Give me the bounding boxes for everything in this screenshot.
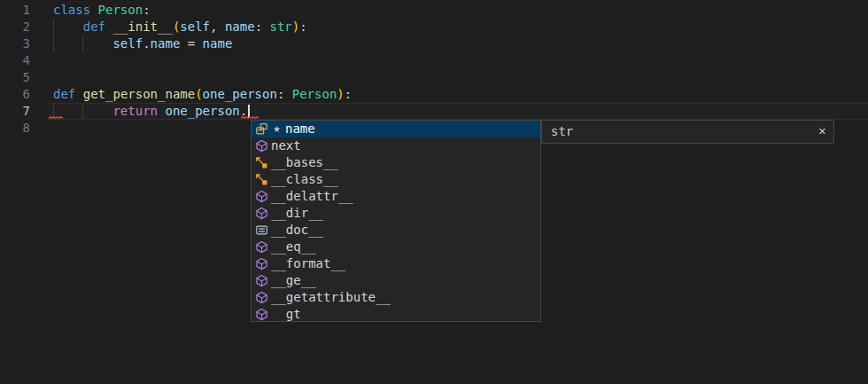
code-token: ) — [337, 87, 344, 101]
suggestion-label: __dir__ — [271, 205, 323, 222]
suggestion-item[interactable]: __dir__ — [252, 205, 540, 222]
class-icon — [254, 156, 268, 170]
suggestion-item[interactable]: next — [252, 137, 540, 154]
close-icon[interactable]: ✕ — [818, 127, 826, 137]
constant-icon — [254, 223, 268, 238]
code-line[interactable]: def get_person_name(one_person: Person): — [53, 86, 352, 103]
suggestion-label: __format__ — [271, 255, 345, 272]
suggestion-label: __getattribute__ — [271, 289, 391, 306]
code-token: class — [53, 3, 90, 17]
code-token: : — [143, 3, 150, 17]
suggestion-item[interactable]: __gt__ — [252, 306, 540, 322]
code-token — [90, 3, 97, 17]
code-token: __init__ — [112, 20, 172, 34]
code-token: def — [83, 20, 105, 34]
code-token: self — [180, 20, 210, 34]
code-token: one_person — [165, 104, 239, 118]
suggestion-label: __gt__ — [271, 306, 316, 322]
code-token: def — [53, 87, 75, 101]
method-icon — [254, 240, 268, 255]
code-line[interactable]: def __init__(self, name: str): — [53, 19, 307, 35]
editor-root: 12345678 class Person: def __init__(self… — [0, 0, 868, 384]
suggestion-label: __doc__ — [271, 222, 323, 239]
suggestion-item[interactable]: __format__ — [252, 255, 540, 272]
suggestion-label: __eq__ — [271, 239, 316, 255]
line-number[interactable]: 4 — [0, 52, 30, 69]
line-number[interactable]: 6 — [0, 86, 30, 103]
line-number[interactable]: 5 — [0, 69, 30, 86]
code-token: = — [180, 36, 202, 51]
suggestion-label: __bases__ — [271, 154, 338, 171]
suggestion-item[interactable]: __class__ — [252, 171, 540, 188]
suggestion-item[interactable]: ★name — [252, 121, 540, 137]
suggestion-label: __ge__ — [271, 272, 316, 289]
suggestion-item[interactable]: __getattribute__ — [252, 289, 540, 306]
code-token — [75, 87, 82, 101]
code-token — [53, 36, 112, 51]
code-token: get_person_name — [83, 87, 195, 101]
code-token: name — [151, 36, 181, 51]
class-icon — [254, 173, 268, 187]
method-icon — [254, 257, 268, 271]
code-token — [53, 20, 83, 34]
suggestion-item[interactable]: __ge__ — [252, 272, 540, 289]
code-token: Person — [98, 3, 143, 17]
method-icon — [254, 139, 268, 153]
suggest-widget: ★name next __bases__ __class__ __delattr… — [251, 120, 541, 322]
line-number[interactable]: 7 — [0, 103, 30, 120]
suggest-details: str ✕ — [541, 120, 834, 144]
suggestion-label: name — [285, 121, 315, 137]
suggestion-label: next — [271, 137, 301, 154]
line-number[interactable]: 1 — [0, 2, 30, 19]
suggestion-item[interactable]: __bases__ — [252, 154, 540, 171]
code-line[interactable]: class Person: — [53, 2, 151, 19]
error-squiggle — [49, 115, 63, 120]
code-token: str — [269, 20, 291, 34]
code-token: ) — [292, 20, 299, 34]
detail-type-text: str — [551, 123, 818, 140]
method-icon — [254, 291, 268, 305]
field-icon — [254, 122, 268, 137]
method-icon — [254, 274, 268, 288]
method-icon — [254, 308, 268, 322]
code-token: Person — [292, 87, 337, 101]
suggestion-item[interactable]: __delattr__ — [252, 188, 540, 205]
suggestion-label: __delattr__ — [271, 188, 353, 205]
code-token: : — [277, 87, 292, 101]
method-icon — [254, 207, 268, 221]
code-token: : — [299, 20, 306, 34]
code-token: : — [255, 20, 270, 34]
line-number[interactable]: 2 — [0, 19, 30, 35]
code-line[interactable]: return one_person. — [53, 103, 247, 120]
code-token: name — [203, 36, 233, 51]
code-token: one_person — [203, 87, 277, 101]
line-number[interactable]: 3 — [0, 35, 30, 52]
code-token: . — [143, 36, 150, 51]
line-number[interactable]: 8 — [0, 120, 30, 137]
suggestion-item[interactable]: __eq__ — [252, 239, 540, 255]
code-token: self — [112, 36, 143, 51]
intellicode-star-icon: ★ — [273, 121, 281, 137]
code-token: : — [345, 87, 352, 101]
suggestion-label: __class__ — [271, 171, 338, 188]
method-icon — [254, 190, 268, 204]
suggestion-item[interactable]: __doc__ — [252, 222, 540, 239]
code-line[interactable]: self.name = name — [53, 35, 232, 52]
code-token: name — [225, 20, 255, 34]
code-token: , — [210, 20, 225, 34]
code-token: return — [112, 104, 158, 118]
code-token: ( — [195, 87, 202, 101]
